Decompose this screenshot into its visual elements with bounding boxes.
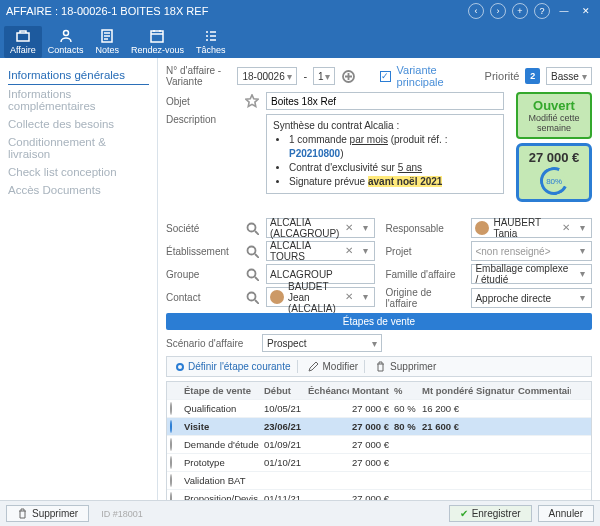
avatar (270, 290, 284, 304)
search-icon[interactable] (244, 266, 260, 282)
etapes-vente-button[interactable]: Étapes de vente (166, 313, 592, 330)
footer-delete-button[interactable]: Supprimer (6, 505, 89, 522)
sidebar: Informations générales Informations comp… (0, 58, 158, 500)
table-row[interactable]: Validation BAT (167, 471, 591, 489)
row-radio[interactable] (170, 402, 172, 415)
chevron-down-icon[interactable]: ▾ (359, 222, 371, 234)
svg-rect-0 (17, 33, 29, 41)
table-row[interactable]: Qualification10/05/2127 000 €60 %16 200 … (167, 399, 591, 417)
stages-table: Étape de venteDébutÉchéanceMontant%Mt po… (166, 381, 592, 500)
objet-label: Objet (166, 96, 238, 107)
clear-icon[interactable]: ✕ (343, 222, 355, 234)
ribbon-affaire[interactable]: Affaire (4, 26, 42, 58)
define-stage-button[interactable]: Définir l'étape courante (170, 360, 298, 373)
cancel-button[interactable]: Annuler (538, 505, 594, 522)
add-icon[interactable]: + (512, 3, 528, 19)
amount-card: 27 000 € 80% (516, 143, 592, 202)
origine-field[interactable]: Approche directe▾ (471, 288, 592, 308)
row-radio[interactable] (170, 474, 172, 487)
delete-stage-button[interactable]: Supprimer (369, 360, 442, 373)
sidebar-item-checklist[interactable]: Check list conception (8, 163, 149, 181)
sidebar-item-besoins[interactable]: Collecte des besoins (8, 115, 149, 133)
nav-fwd-icon[interactable]: › (490, 3, 506, 19)
pencil-icon (308, 361, 319, 372)
row-radio[interactable] (170, 420, 172, 433)
svg-point-8 (247, 292, 255, 300)
title-bar: AFFAIRE : 18-00026-1 BOITES 18X REF ‹ › … (0, 0, 600, 22)
record-id: ID #18001 (101, 509, 143, 519)
ribbon-contacts[interactable]: Contacts (42, 26, 90, 58)
priority-label: Priorité (485, 70, 520, 82)
etablissement-field[interactable]: ALCALIA TOURS✕▾ (266, 241, 375, 261)
sidebar-item-complementaires[interactable]: Informations complémentaires (8, 85, 149, 115)
close-icon[interactable]: ✕ (578, 3, 594, 19)
sidebar-item-general[interactable]: Informations générales (8, 66, 149, 85)
save-button[interactable]: ✔Enregistrer (449, 505, 532, 522)
svg-point-7 (247, 269, 255, 277)
svg-point-1 (63, 31, 68, 36)
num-affaire-label: N° d'affaire - Variante (166, 65, 231, 87)
contact-field[interactable]: BAUDET Jean (ALCALIA)✕▾ (266, 287, 375, 307)
row-radio[interactable] (170, 492, 172, 500)
window-title: AFFAIRE : 18-00026-1 BOITES 18X REF (6, 5, 208, 17)
main-variant-checkbox[interactable]: ✓ (380, 71, 390, 82)
trash-icon (375, 361, 386, 372)
famille-field[interactable]: Emballage complexe / étudié▾ (471, 264, 592, 284)
row-radio[interactable] (170, 438, 172, 451)
row-radio[interactable] (170, 456, 172, 469)
help-icon[interactable]: ? (534, 3, 550, 19)
svg-rect-3 (151, 31, 163, 42)
svg-point-6 (247, 246, 255, 254)
minimize-icon[interactable]: — (556, 3, 572, 19)
table-row[interactable]: Prototype01/10/2127 000 € (167, 453, 591, 471)
ribbon-rdv[interactable]: Rendez-vous (125, 26, 190, 58)
societe-field[interactable]: ALCALIA (ALCAGROUP)✕▾ (266, 218, 375, 238)
table-row[interactable]: Visite23/06/2127 000 €80 %21 600 € (167, 417, 591, 435)
priority-select[interactable]: Basse▾ (546, 67, 592, 85)
main-variant-label: Variante principale (397, 64, 479, 88)
responsable-field[interactable]: HAUBERT Tania✕▾ (471, 218, 592, 238)
add-variant-icon[interactable] (341, 68, 356, 84)
modify-button[interactable]: Modifier (302, 360, 366, 373)
variant-field[interactable]: 1▾ (313, 67, 335, 85)
tasks-icon (203, 28, 219, 44)
scenario-select[interactable]: Prospect▾ (262, 334, 382, 352)
avatar (475, 221, 489, 235)
table-row[interactable]: Proposition/Devis01/11/2127 000 € (167, 489, 591, 500)
nav-back-icon[interactable]: ‹ (468, 3, 484, 19)
search-icon[interactable] (244, 243, 260, 259)
num-affaire-field[interactable]: 18-00026▾ (237, 67, 297, 85)
priority-badge: 2 (525, 68, 540, 84)
search-icon[interactable] (244, 220, 260, 236)
contacts-icon (58, 28, 74, 44)
search-icon[interactable] (244, 289, 260, 305)
calendar-icon (149, 28, 165, 44)
sidebar-item-conditionnement[interactable]: Conditionnement & livraison (8, 133, 149, 163)
trash-icon (17, 508, 28, 519)
target-icon (176, 363, 184, 371)
description-label: Description (166, 114, 238, 125)
description-field[interactable]: Synthèse du contrat Alcalia : 1 commande… (266, 114, 504, 194)
ribbon-taches[interactable]: Tâches (190, 26, 232, 58)
progress-ring: 80% (536, 163, 572, 199)
objet-field[interactable] (266, 92, 504, 110)
status-card: Ouvert Modifié cette semaine (516, 92, 592, 139)
notes-icon (99, 28, 115, 44)
svg-point-5 (247, 223, 255, 231)
sidebar-item-documents[interactable]: Accès Documents (8, 181, 149, 199)
star-icon[interactable] (244, 93, 260, 109)
ribbon: Affaire Contacts Notes Rendez-vous Tâche… (0, 22, 600, 58)
main-panel: N° d'affaire - Variante 18-00026▾ - 1▾ ✓… (158, 58, 600, 500)
briefcase-icon (15, 28, 31, 44)
ribbon-notes[interactable]: Notes (89, 26, 125, 58)
footer: Supprimer ID #18001 ✔Enregistrer Annuler (0, 500, 600, 526)
projet-field[interactable]: <non renseigné>▾ (471, 241, 592, 261)
table-row[interactable]: Demande d'étude01/09/2127 000 € (167, 435, 591, 453)
stage-toolbar: Définir l'étape courante Modifier Suppri… (166, 356, 592, 377)
